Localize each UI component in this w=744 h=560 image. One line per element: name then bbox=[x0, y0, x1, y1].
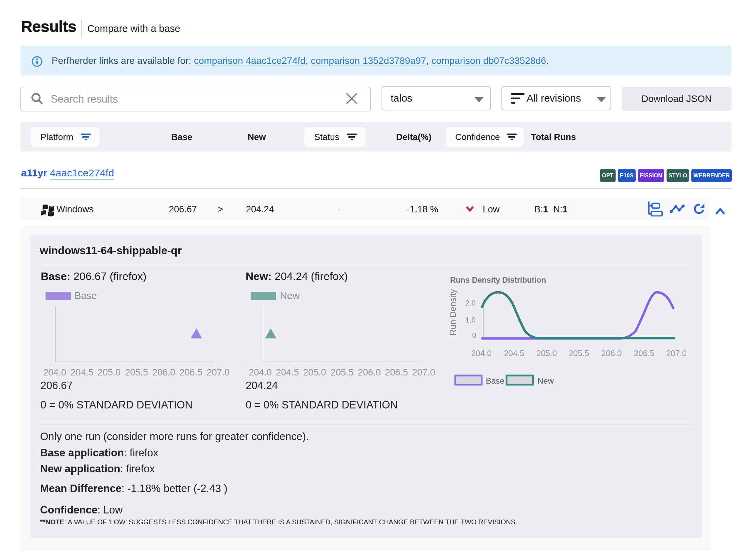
svg-text:204.5: 204.5 bbox=[70, 367, 93, 378]
svg-text:New: New bbox=[537, 376, 554, 385]
svg-text:206.5: 206.5 bbox=[634, 349, 654, 358]
svg-text:205.0: 205.0 bbox=[536, 349, 557, 358]
svg-text:Base: Base bbox=[486, 376, 504, 385]
svg-text:206.5: 206.5 bbox=[179, 367, 202, 378]
svg-text:205.0: 205.0 bbox=[303, 367, 326, 378]
svg-text:2.0: 2.0 bbox=[465, 299, 476, 307]
svg-text:205.5: 205.5 bbox=[331, 367, 354, 378]
svg-text:206.0: 206.0 bbox=[358, 367, 381, 378]
svg-text:Run Density: Run Density bbox=[448, 289, 458, 335]
svg-text:206.0: 206.0 bbox=[152, 367, 175, 378]
svg-text:205.0: 205.0 bbox=[98, 367, 121, 378]
svg-text:206.0: 206.0 bbox=[601, 349, 622, 358]
svg-text:0: 0 bbox=[472, 331, 476, 339]
svg-text:207.0: 207.0 bbox=[412, 367, 435, 378]
svg-text:204.0: 204.0 bbox=[471, 349, 492, 358]
svg-text:207.0: 207.0 bbox=[666, 349, 687, 358]
svg-text:204.0: 204.0 bbox=[249, 367, 272, 378]
svg-text:207.0: 207.0 bbox=[207, 367, 230, 378]
svg-text:206.5: 206.5 bbox=[385, 367, 408, 378]
svg-text:205.5: 205.5 bbox=[125, 367, 148, 378]
svg-text:1.0: 1.0 bbox=[465, 316, 476, 324]
svg-text:204.5: 204.5 bbox=[276, 367, 299, 378]
svg-text:204.0: 204.0 bbox=[43, 367, 66, 378]
svg-text:204.5: 204.5 bbox=[504, 349, 524, 358]
svg-text:205.5: 205.5 bbox=[569, 349, 589, 358]
